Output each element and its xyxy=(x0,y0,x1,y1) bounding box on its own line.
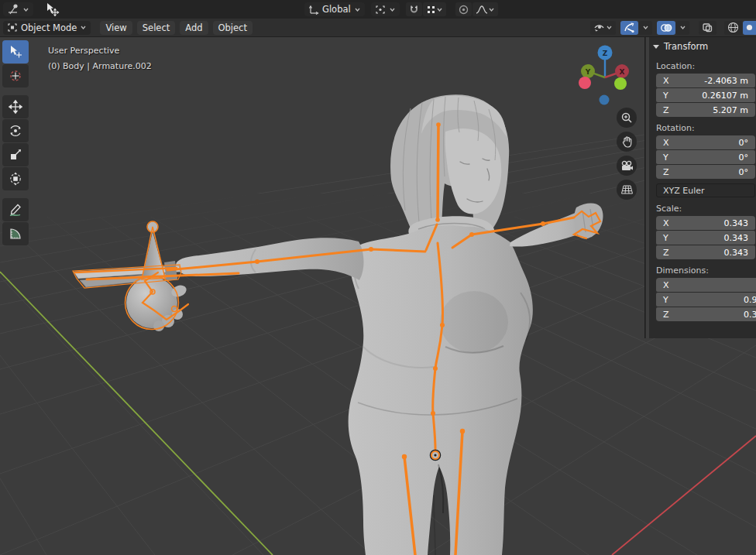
zoom-button[interactable] xyxy=(617,108,637,128)
show-overlays-toggle[interactable] xyxy=(657,21,675,35)
tool-transform[interactable] xyxy=(2,167,29,190)
snap-toggle-button[interactable] xyxy=(406,2,422,16)
perspective-grid-icon xyxy=(620,184,634,195)
active-object-label: (0) Body | Armature.002 xyxy=(48,61,152,71)
shading-wireframe-button[interactable] xyxy=(724,21,742,35)
snap-target-dropdown[interactable] xyxy=(423,2,446,16)
chevron-down-icon xyxy=(488,6,495,13)
transform-orientation-dropdown[interactable]: Global xyxy=(304,2,365,16)
zoom-icon xyxy=(620,111,633,124)
location-x-field[interactable]: X -2.4063 m xyxy=(656,74,755,87)
menu-object[interactable]: Object xyxy=(213,21,253,35)
svg-text:Z: Z xyxy=(603,50,608,57)
wireframe-shading-icon xyxy=(727,22,739,33)
object-visibility-dropdown[interactable] xyxy=(590,21,616,35)
chevron-down-icon xyxy=(679,24,686,31)
show-gizmo-icon xyxy=(624,22,635,33)
gizmo-options-dropdown[interactable] xyxy=(639,21,652,35)
tool-annotate[interactable] xyxy=(2,198,29,221)
falloff-curve-icon xyxy=(476,5,488,15)
rotation-mode-dropdown[interactable]: XYZ Euler xyxy=(656,183,755,197)
topbar: Global xyxy=(0,0,756,19)
shading-solid-button[interactable] xyxy=(743,21,756,35)
menu-view[interactable]: View xyxy=(100,21,132,35)
chevron-down-icon xyxy=(389,6,396,13)
orientation-label: Global xyxy=(322,4,351,15)
panel-scrollbar[interactable] xyxy=(646,37,649,338)
location-y-field[interactable]: Y 0.26107 m xyxy=(656,88,755,102)
chevron-down-icon xyxy=(436,6,443,13)
rotate-icon xyxy=(9,124,22,138)
rotation-z-field[interactable]: Z 0° xyxy=(656,165,755,179)
transform-panel-header[interactable]: Transform xyxy=(645,37,756,55)
chevron-down-icon xyxy=(80,24,87,31)
proportional-falloff-dropdown[interactable] xyxy=(472,2,498,16)
hand-pan-icon xyxy=(621,135,633,148)
tool-rotate[interactable] xyxy=(2,119,29,142)
camera-icon xyxy=(620,160,634,172)
scale-label: Scale: xyxy=(656,204,756,214)
tool-select-box[interactable] xyxy=(2,40,29,63)
dimensions-y-field[interactable]: Y 0.9 xyxy=(656,293,756,307)
tool-measure[interactable] xyxy=(2,222,29,245)
annotate-pencil-icon xyxy=(9,203,22,217)
viewport-3d-scene[interactable]: Z Y X xyxy=(0,0,756,555)
tool-move[interactable] xyxy=(2,95,29,118)
svg-text:X: X xyxy=(620,68,625,76)
mode-selector-dropdown[interactable]: Object Mode xyxy=(3,21,91,35)
dimensions-x-field[interactable]: X xyxy=(656,278,756,292)
panel-title: Transform xyxy=(664,41,708,52)
scale-icon xyxy=(9,148,22,162)
object-mode-icon xyxy=(7,22,18,33)
select-tweak-icon[interactable] xyxy=(44,2,60,16)
show-gizmo-toggle[interactable] xyxy=(620,21,638,35)
menu-select[interactable]: Select xyxy=(137,21,175,35)
blender-window: Z Y X xyxy=(0,0,756,555)
scale-x-field[interactable]: X 0.343 xyxy=(656,216,755,230)
svg-text:Y: Y xyxy=(585,68,591,76)
dimensions-z-field[interactable]: Z 0.3 xyxy=(656,307,756,321)
dimensions-label: Dimensions: xyxy=(656,266,756,276)
chevron-down-icon xyxy=(642,24,649,31)
measure-icon xyxy=(9,227,22,241)
pivot-point-dropdown[interactable] xyxy=(371,2,400,16)
object-visibility-eye-icon xyxy=(593,22,606,33)
toggle-xray-button[interactable] xyxy=(699,21,716,35)
move-icon xyxy=(9,100,22,114)
gizmo-axis-x-neg[interactable] xyxy=(579,77,591,89)
tool-scale[interactable] xyxy=(2,143,29,166)
view-perspective-label: User Perspective xyxy=(48,46,119,56)
overlays-options-dropdown[interactable] xyxy=(676,21,689,35)
viewport-controls xyxy=(617,108,637,200)
editor-type-button[interactable] xyxy=(3,2,33,16)
pan-button[interactable] xyxy=(617,132,637,152)
gizmo-axis-z-neg[interactable] xyxy=(600,95,610,105)
gizmo-axis-y-neg[interactable] xyxy=(614,77,627,90)
tool-shelf xyxy=(0,37,31,288)
rotation-y-field[interactable]: Y 0° xyxy=(656,150,755,164)
snap-target-icon xyxy=(426,5,436,15)
camera-view-button[interactable] xyxy=(617,156,637,176)
location-z-field[interactable]: Z 5.207 m xyxy=(656,103,755,117)
toggle-xray-icon xyxy=(702,22,713,33)
select-box-icon xyxy=(8,45,23,59)
menu-add[interactable]: Add xyxy=(180,21,208,35)
rotation-x-field[interactable]: X 0° xyxy=(656,135,755,149)
pivot-point-icon xyxy=(375,5,386,15)
proportional-editing-icon xyxy=(459,5,469,15)
chevron-down-icon xyxy=(354,6,361,13)
snap-magnet-icon xyxy=(409,5,419,15)
cursor-icon xyxy=(9,69,22,83)
scale-z-field[interactable]: Z 0.343 xyxy=(656,245,755,259)
scale-y-field[interactable]: Y 0.343 xyxy=(656,231,755,245)
toggle-perspective-button[interactable] xyxy=(617,180,637,200)
chevron-down-icon xyxy=(22,6,29,13)
collapse-triangle-icon xyxy=(653,45,659,49)
solid-shading-icon xyxy=(746,22,753,33)
proportional-editing-button[interactable] xyxy=(455,2,472,16)
chevron-down-icon xyxy=(606,24,613,31)
location-label: Location: xyxy=(656,61,756,71)
tool-cursor[interactable] xyxy=(2,64,29,87)
mode-label: Object Mode xyxy=(21,22,77,33)
sidebar-transform-panel: Transform Location: X -2.4063 m Y 0.2610… xyxy=(644,37,756,338)
